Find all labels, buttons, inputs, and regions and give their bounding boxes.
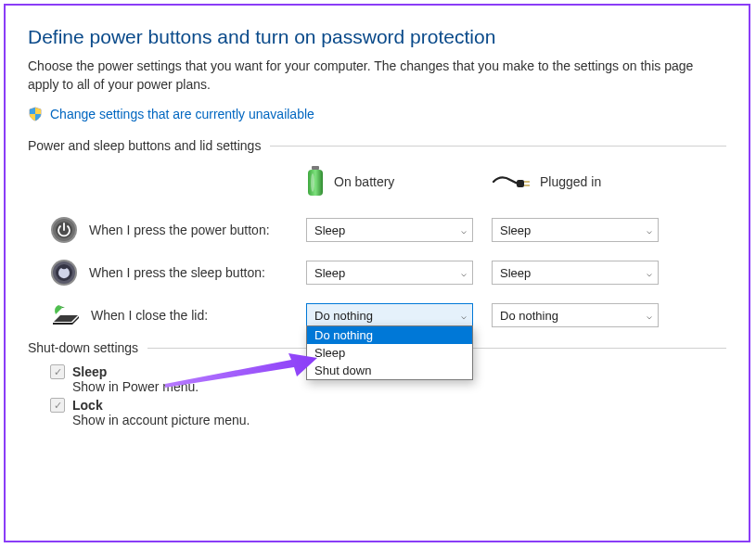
chevron-down-icon: ⌵	[461, 311, 467, 321]
page-title: Define power buttons and turn on passwor…	[28, 26, 726, 48]
shield-icon	[28, 107, 43, 121]
svg-point-2	[311, 173, 314, 192]
battery-icon	[306, 166, 325, 198]
select-value: Sleep	[500, 223, 531, 237]
close-lid-battery-select[interactable]: Do nothing ⌵	[306, 303, 473, 327]
chevron-down-icon: ⌵	[647, 225, 652, 236]
chevron-down-icon: ⌵	[461, 225, 467, 236]
power-button-plugged-select[interactable]: Sleep ⌵	[492, 218, 659, 242]
section-power-sleep-label: Power and sleep buttons and lid settings	[28, 138, 261, 153]
select-value: Sleep	[314, 266, 345, 280]
shutdown-sleep-desc: Show in Power menu.	[72, 379, 726, 394]
svg-rect-3	[517, 180, 524, 187]
close-lid-icon	[50, 301, 80, 329]
shutdown-sleep-title: Sleep	[72, 364, 107, 379]
shutdown-lock-desc: Show in account picture menu.	[72, 413, 726, 427]
power-button-battery-select[interactable]: Sleep ⌵	[306, 218, 473, 242]
section-power-sleep: Power and sleep buttons and lid settings	[28, 138, 726, 153]
power-button-icon	[50, 216, 78, 244]
dropdown-option[interactable]: Do nothing	[307, 326, 472, 344]
select-value: Sleep	[500, 266, 531, 280]
dropdown-option[interactable]: Shut down	[307, 362, 472, 379]
select-value: Do nothing	[314, 309, 373, 323]
row-power-button-label: When I press the power button:	[89, 223, 270, 237]
sleep-button-battery-select[interactable]: Sleep ⌵	[306, 261, 473, 285]
shutdown-lock-title: Lock	[72, 398, 103, 413]
row-sleep-button-label: When I press the sleep button:	[89, 265, 265, 280]
close-lid-plugged-select[interactable]: Do nothing ⌵	[492, 303, 659, 327]
select-value: Sleep	[314, 223, 345, 237]
chevron-down-icon: ⌵	[647, 311, 652, 321]
sleep-checkbox[interactable]: ✓	[50, 364, 65, 379]
svg-rect-0	[312, 166, 319, 170]
column-plugged-label: Plugged in	[540, 174, 601, 189]
select-value: Do nothing	[500, 309, 558, 323]
chevron-down-icon: ⌵	[647, 268, 652, 278]
section-shutdown-label: Shut-down settings	[28, 340, 138, 355]
change-settings-link[interactable]: Change settings that are currently unava…	[50, 107, 314, 121]
plug-icon	[492, 172, 531, 191]
row-close-lid-label: When I close the lid:	[91, 308, 208, 323]
column-battery-label: On battery	[334, 174, 394, 189]
chevron-down-icon: ⌵	[461, 268, 467, 278]
sleep-button-icon	[50, 259, 78, 287]
dropdown-option[interactable]: Sleep	[307, 344, 472, 362]
page-description: Choose the power settings that you want …	[28, 57, 696, 94]
lock-checkbox[interactable]: ✓	[50, 398, 65, 413]
section-rule	[270, 146, 726, 147]
svg-rect-1	[308, 170, 323, 196]
sleep-button-plugged-select[interactable]: Sleep ⌵	[492, 261, 659, 285]
close-lid-dropdown-list[interactable]: Do nothingSleepShut down	[306, 325, 473, 380]
